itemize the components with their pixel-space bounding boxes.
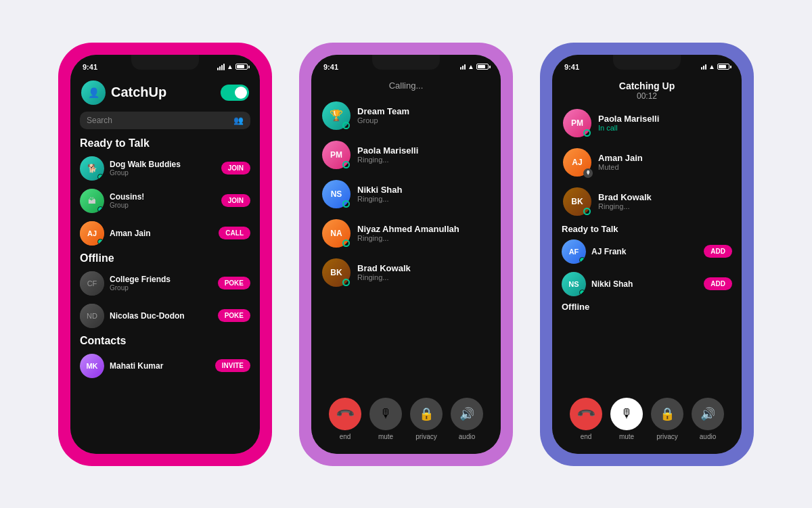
phone-screen-1: 9:41 ▲ 👤	[70, 55, 260, 454]
signal-bars-3	[701, 64, 706, 70]
contact-avatar-cousins: 🏔	[80, 189, 104, 213]
privacy-circle: 🔒	[410, 398, 443, 430]
call-name-dreamteam: Dream Team	[357, 106, 409, 116]
green-ring-niyaz	[342, 239, 350, 247]
phone-wrapper-3: 9:41 ▲ Catching Up 00:12	[540, 43, 754, 466]
phone-wrapper-2: 9:41 ▲ Calling... �	[299, 43, 513, 466]
call-status-niyaz: Ringing...	[357, 234, 459, 242]
online-dot-ajfrank	[579, 257, 585, 263]
contacts-header: Contacts	[70, 332, 260, 350]
phone-screen-2: 9:41 ▲ Calling... �	[311, 55, 501, 454]
contact-avatar-ajfrank: AF	[562, 239, 586, 264]
bar3-3	[705, 64, 706, 70]
search-bar[interactable]: Search 👥	[80, 112, 250, 129]
call-status-paola-3: In call	[598, 124, 659, 132]
contact-info-ajfrank: AJ Frank	[591, 247, 698, 256]
end-call-btn[interactable]: 📞 end	[329, 398, 361, 440]
notch-1	[131, 55, 199, 70]
add-btn-ajfrank[interactable]: ADD	[704, 245, 732, 258]
end-call-btn-3[interactable]: 📞 end	[570, 398, 602, 440]
end-circle-3: 📞	[570, 398, 602, 430]
contact-row-college: CF College Friends Group POKE	[70, 267, 260, 300]
call-info-niyaz: Niyaz Ahmed Amanullah Ringing...	[357, 224, 459, 242]
contact-name-mahati: Mahati Kumar	[110, 361, 210, 371]
join-btn-cousins[interactable]: JOIN	[221, 194, 250, 207]
call-info-brad-3: Brad Kowalk Ringing...	[598, 192, 652, 210]
add-btn-nikki-3[interactable]: ADD	[704, 277, 732, 290]
privacy-label-3: privacy	[656, 433, 678, 440]
call-avatar-nikki: NS	[322, 180, 351, 208]
call-avatar-brad-3: BK	[563, 187, 591, 216]
app-header: 👤 CatchUp	[70, 75, 260, 109]
status-time-1: 9:41	[83, 63, 97, 71]
bar2	[219, 66, 221, 70]
call-btn-aman[interactable]: CALL	[219, 227, 250, 239]
ready-talk-header-3: Ready to Talk	[552, 221, 742, 235]
call-avatar-niyaz: NA	[322, 219, 351, 248]
audio-btn[interactable]: 🔊 audio	[451, 398, 483, 440]
call-info-paola-3: Paola Mariselli In call	[598, 114, 659, 132]
notch-2	[372, 55, 440, 70]
contact-name-ajfrank: AJ Frank	[591, 247, 698, 256]
privacy-label: privacy	[415, 433, 437, 440]
green-ring-brad	[342, 279, 350, 286]
mute-btn-3[interactable]: 🎙 mute	[610, 398, 643, 440]
toggle-available[interactable]	[221, 85, 249, 101]
catching-up-label: Catching Up	[552, 75, 742, 91]
status-icons-1: ▲	[217, 63, 248, 70]
call-row-niyaz: NA Niyaz Ahmed Amanullah Ringing...	[311, 214, 501, 253]
call-avatar-paola-3: PM	[563, 109, 591, 137]
call-info-brad: Brad Kowalk Ringing...	[357, 263, 411, 281]
audio-label: audio	[459, 433, 475, 440]
search-contacts-icon: 👥	[233, 116, 244, 125]
contact-info-mahati: Mahati Kumar	[110, 361, 210, 371]
contact-sub-cousins: Group	[110, 202, 216, 209]
status-icons-2: ▲	[460, 63, 489, 70]
contact-info-aman: Aman Jain	[110, 229, 213, 238]
privacy-circle-3: 🔒	[651, 398, 683, 430]
poke-btn-nicolas[interactable]: POKE	[218, 309, 250, 322]
call-row-paola-3: PM Paola Mariselli In call	[552, 103, 742, 143]
online-dot-nikki-3	[579, 290, 585, 296]
privacy-btn-3[interactable]: 🔒 privacy	[651, 398, 683, 440]
contact-info-dog-walk: Dog Walk Buddies Group	[110, 160, 216, 177]
contact-sub-college: Group	[110, 284, 212, 292]
phone-frame-3: 9:41 ▲ Catching Up 00:12	[552, 55, 742, 454]
wifi-icon-2: ▲	[468, 63, 474, 70]
phone-frame-1: 9:41 ▲ 👤	[70, 55, 260, 454]
notch-3	[613, 55, 681, 70]
join-btn-dog-walk[interactable]: JOIN	[221, 162, 250, 175]
contact-name-nikki-3: Nikki Shah	[591, 279, 698, 289]
contact-avatar-nikki-3: NS	[562, 272, 586, 296]
green-ring-brad-3	[583, 208, 591, 215]
privacy-btn[interactable]: 🔒 privacy	[410, 398, 443, 440]
call-avatar-brad: BK	[322, 258, 351, 287]
online-dot-aman	[97, 239, 104, 245]
call-contact-list-2: 🏆 Dream Team Group PM	[311, 93, 501, 390]
status-time-3: 9:41	[564, 63, 579, 71]
call-controls-3: 📞 end 🎙 mute 🔒 privacy 🔊 audio	[552, 390, 742, 454]
green-ring-nikki	[342, 200, 350, 208]
contact-name-cousins: Cousins!	[110, 192, 216, 202]
contact-name-college: College Friends	[110, 275, 212, 284]
online-dot-cousins	[97, 206, 104, 212]
call-row-nikki: NS Nikki Shah Ringing...	[311, 175, 501, 214]
signal-bars-1	[217, 64, 225, 70]
call-name-brad: Brad Kowalk	[357, 263, 411, 273]
bar3	[221, 65, 223, 70]
bar1	[217, 68, 219, 70]
call-name-niyaz: Niyaz Ahmed Amanullah	[357, 224, 459, 234]
wifi-icon-3: ▲	[708, 63, 715, 70]
bar3-2	[464, 64, 466, 70]
contact-sub-dog-walk: Group	[110, 169, 216, 177]
poke-btn-college[interactable]: POKE	[218, 277, 250, 290]
mute-btn[interactable]: 🎙 mute	[369, 398, 402, 440]
mute-circle-3: 🎙	[610, 398, 643, 430]
contact-avatar-college: CF	[80, 271, 104, 296]
call-row-aman-3: AJ 🎙 Aman Jain Muted	[552, 143, 742, 182]
audio-btn-3[interactable]: 🔊 audio	[692, 398, 724, 440]
invite-btn-mahati[interactable]: INVITE	[215, 359, 250, 372]
contact-row-nicolas: ND Nicolas Duc-Dodon POKE	[70, 300, 260, 332]
call-row-dreamteam: 🏆 Dream Team Group	[311, 96, 501, 135]
offline-header: Offline	[70, 250, 260, 267]
